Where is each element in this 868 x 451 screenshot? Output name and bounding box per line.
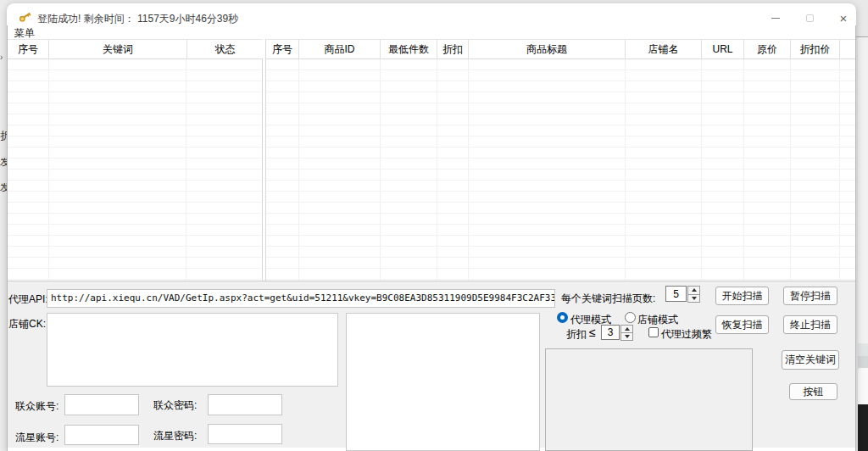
product-table-col (266, 59, 299, 281)
shop-ck-textarea[interactable] (47, 313, 338, 387)
pause-scan-button[interactable]: 暂停扫描 (783, 287, 837, 305)
start-scan-button[interactable]: 开始扫描 (715, 287, 769, 305)
liuxing-password-input[interactable] (208, 424, 282, 444)
column-header-filler (840, 40, 855, 58)
background-window-band (858, 356, 868, 368)
scan-pages-input[interactable]: 5 (665, 286, 687, 302)
column-header-guanjianci[interactable]: 关键词 (49, 40, 187, 58)
column-header-zuidi-jianshu[interactable]: 最低件数 (381, 40, 437, 58)
product-table-col (299, 59, 381, 281)
keyword-table-col (186, 59, 262, 281)
column-header-url[interactable]: URL (702, 40, 744, 58)
column-header-zhekoujia[interactable]: 折扣价 (791, 40, 840, 58)
middle-textarea[interactable] (346, 313, 540, 451)
liuxing-password-label: 流星密码: (153, 429, 197, 443)
background-window-left-sliver: › 折 发 发 (0, 0, 7, 451)
column-header-xuhao[interactable]: 序号 (266, 40, 299, 58)
spinner-up-icon[interactable] (687, 286, 700, 295)
window-title: 登陆成功! 剩余时间： 1157天9小时46分39秒 (37, 12, 238, 26)
spinner-up-icon[interactable] (620, 325, 633, 333)
background-char: 发 (0, 181, 7, 195)
column-header-shangpin-id[interactable]: 商品ID (299, 40, 381, 58)
product-table-header: 序号 商品ID 最低件数 折扣 商品标题 店铺名 URL 原价 折扣价 (265, 39, 855, 59)
column-header-zhuangtai[interactable]: 状态 (187, 40, 263, 58)
product-table-col (702, 59, 744, 281)
product-table-col (744, 59, 791, 281)
column-header-shangpin-biaoti[interactable]: 商品标题 (469, 40, 626, 58)
spinner-down-icon[interactable] (620, 333, 633, 341)
background-window-right-sliver (858, 37, 868, 343)
minimize-button[interactable] (763, 10, 788, 25)
scan-pages-label: 每个关键词扫描页数: (561, 292, 655, 306)
product-table-col (437, 59, 469, 281)
keyword-table-col (49, 59, 186, 281)
background-dark-corner (858, 404, 868, 451)
column-header-xuhao[interactable]: 序号 (8, 40, 49, 58)
product-table-col (626, 59, 702, 281)
liuxing-account-input[interactable] (64, 425, 139, 445)
maximize-button[interactable] (797, 10, 822, 25)
lianzhong-password-input[interactable] (208, 394, 282, 415)
column-header-yuanjia[interactable]: 原价 (744, 40, 791, 58)
keyword-table-col (8, 59, 49, 281)
result-listbox[interactable] (545, 348, 753, 451)
background-window-band (858, 343, 868, 356)
shop-mode-radio[interactable] (625, 312, 636, 323)
lianzhong-account-input[interactable] (64, 394, 139, 415)
column-header-zhekou[interactable]: 折扣 (437, 40, 469, 58)
close-icon: × (840, 12, 848, 25)
keyword-table-body[interactable] (8, 59, 263, 281)
title-bar[interactable]: 登陆成功! 剩余时间： 1157天9小时46分39秒 × (7, 3, 856, 25)
background-arrow-glyph: › (0, 53, 7, 62)
proxy-busy-label[interactable]: 代理过频繁 (661, 327, 712, 342)
background-char: 折 (0, 129, 7, 143)
close-button[interactable]: × (831, 10, 856, 25)
discount-label: 折扣 (566, 327, 587, 342)
keyword-table-header: 序号 关键词 状态 (8, 39, 263, 59)
lianzhong-account-label: 联众账号: (15, 399, 58, 414)
liuxing-account-label: 流星账号: (15, 431, 58, 445)
discount-input[interactable]: 3 (601, 325, 620, 340)
minimize-icon (771, 18, 780, 19)
less-equal-icon: ≤ (589, 326, 596, 339)
maximize-icon (806, 14, 814, 22)
spinner-down-icon[interactable] (687, 295, 700, 303)
shop-mode-label[interactable]: 店铺模式 (637, 313, 678, 327)
column-header-dianpuming[interactable]: 店铺名 (626, 40, 702, 58)
proxy-busy-checkbox[interactable] (648, 327, 659, 337)
scan-pages-spinner[interactable] (687, 286, 700, 303)
lianzhong-password-label: 联众密码: (153, 398, 197, 413)
proxy-api-input[interactable]: http://api.xiequ.cn/VAD/GetIp.aspx?act=g… (47, 289, 555, 308)
product-table-col (469, 59, 626, 281)
product-table-body[interactable] (265, 59, 855, 281)
generic-button[interactable]: 按钮 (789, 383, 837, 400)
background-window-band (858, 368, 868, 404)
proxy-api-label: 代理API: (8, 292, 48, 307)
resume-scan-button[interactable]: 恢复扫描 (715, 315, 769, 334)
background-char: 发 (0, 155, 7, 170)
product-table-col (381, 59, 437, 281)
menu-bar: 菜单 (8, 25, 855, 39)
proxy-mode-radio[interactable] (557, 312, 568, 323)
shop-ck-label: 店铺CK: (8, 317, 46, 331)
product-table-col (791, 59, 840, 281)
key-icon (19, 10, 32, 23)
product-table-col (840, 59, 855, 281)
desktop-background: › 折 发 发 登陆成功! 剩余时间： 1157天9小时46分39秒 × 菜单 … (0, 0, 868, 451)
discount-spinner[interactable] (620, 325, 633, 341)
stop-scan-button[interactable]: 终止扫描 (783, 315, 837, 334)
clear-keywords-button[interactable]: 清空关键词 (782, 350, 839, 370)
